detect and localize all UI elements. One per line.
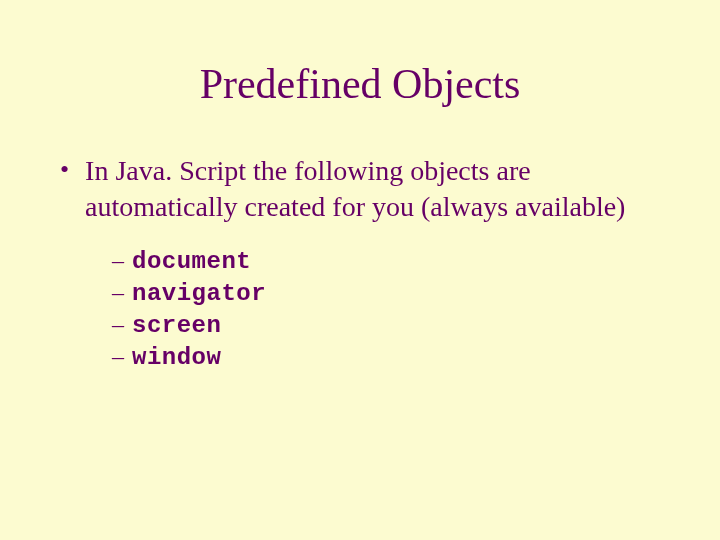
- dash-icon: –: [112, 279, 124, 306]
- list-item: – window: [112, 343, 660, 371]
- slide: Predefined Objects • In Java. Script the…: [0, 0, 720, 540]
- dash-icon: –: [112, 343, 124, 370]
- list-item: – navigator: [112, 279, 660, 307]
- sub-item-label: document: [132, 248, 251, 275]
- sub-item-label: window: [132, 344, 221, 371]
- sub-item-label: navigator: [132, 280, 266, 307]
- bullet-item: • In Java. Script the following objects …: [60, 153, 660, 225]
- dash-icon: –: [112, 311, 124, 338]
- list-item: – screen: [112, 311, 660, 339]
- sub-item-label: screen: [132, 312, 221, 339]
- list-item: – document: [112, 247, 660, 275]
- sub-list: – document – navigator – screen – window: [112, 247, 660, 371]
- bullet-text: In Java. Script the following objects ar…: [85, 153, 660, 225]
- slide-title: Predefined Objects: [60, 60, 660, 108]
- dash-icon: –: [112, 247, 124, 274]
- bullet-icon: •: [60, 153, 69, 187]
